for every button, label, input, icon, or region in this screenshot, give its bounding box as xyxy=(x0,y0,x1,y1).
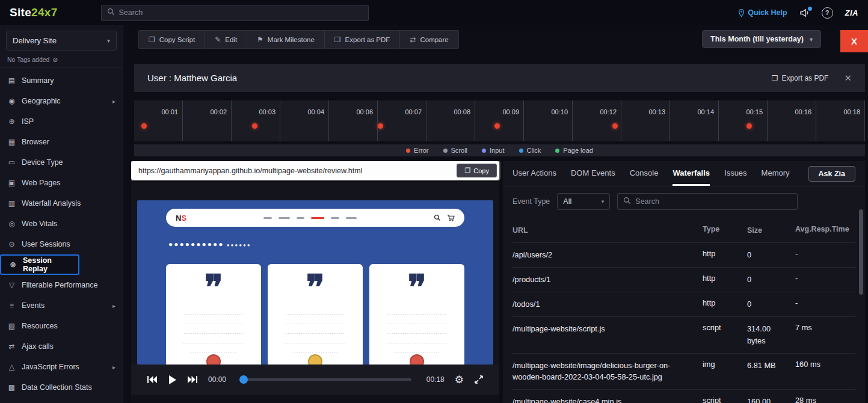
logo-accent-text: 24x7 xyxy=(31,6,57,19)
toolbar-button-icon: ❐ xyxy=(149,35,155,44)
sidebar-item[interactable]: △ JavaScript Errors ▸ xyxy=(0,357,123,377)
detail-tab[interactable]: Waterfalls xyxy=(673,161,710,186)
sidebar-item[interactable]: ▭ Device Type ▸ xyxy=(0,152,123,173)
sidebar-item[interactable]: ▥ Waterfall Analysis ▸ xyxy=(0,193,123,214)
search-input[interactable] xyxy=(119,8,363,17)
testimonial-text: ··························· ············… xyxy=(369,310,464,358)
seek-knob[interactable] xyxy=(239,375,248,384)
toolbar-button[interactable]: ⇄ Compare xyxy=(400,31,458,48)
col-header-size[interactable]: Size xyxy=(747,225,795,236)
monitor-selector-label: Delivery Site xyxy=(13,36,57,45)
table-row[interactable]: /api/users/2 http 0 - xyxy=(512,242,855,267)
legend-label: Input xyxy=(490,147,504,154)
sidebar-item[interactable]: ≡ Events ▸ xyxy=(0,295,123,316)
detail-tab[interactable]: User Actions xyxy=(512,161,556,186)
export-pdf-label: Export as PDF xyxy=(781,74,828,82)
session-timeline[interactable]: 00:01 00:02 00:03 00:04 xyxy=(134,100,865,141)
table-row[interactable]: /todos/1 http 0 - xyxy=(512,292,855,316)
sidebar-item-label: ISP xyxy=(22,117,34,126)
action-toolbar: ❐ Copy Script ✎ Edit ⚑ Mark Milestone xyxy=(138,30,459,49)
copy-label: Copy xyxy=(473,167,489,174)
waterfall-search[interactable] xyxy=(617,193,798,210)
detail-panel: User Actions DOM Events Console Waterfal… xyxy=(503,161,865,403)
announcements-button[interactable] xyxy=(799,8,810,17)
table-row[interactable]: /multipage-website/case4.min.js script 1… xyxy=(512,389,855,403)
sidebar-item[interactable]: ⊚ Session Replay ▸ xyxy=(0,254,79,275)
skip-forward-button[interactable] xyxy=(187,375,198,384)
cell-resp-time: 160 ms xyxy=(795,360,855,369)
error-event-dot[interactable] xyxy=(141,123,147,129)
session-user-title: User : Matthew Garcia xyxy=(147,73,237,83)
zia-avatar[interactable]: ZIA xyxy=(845,8,858,17)
quick-help-link[interactable]: Quick Help xyxy=(738,8,787,17)
cell-resp-time: - xyxy=(795,249,855,258)
detail-tab[interactable]: Memory xyxy=(762,161,790,186)
event-type-select[interactable]: All ▾ xyxy=(557,193,610,210)
col-header-url[interactable]: URL xyxy=(512,225,703,236)
global-search[interactable] xyxy=(101,5,369,21)
period-dropdown[interactable]: This Month (till yesterday) ▾ xyxy=(702,30,821,48)
sidebar-item[interactable]: ⊙ User Sessions ▸ xyxy=(0,234,123,254)
player-settings-button[interactable]: ⚙ xyxy=(455,374,464,386)
preview-logo-n: N xyxy=(176,214,181,223)
error-event-dot[interactable] xyxy=(494,123,500,129)
error-event-dot[interactable] xyxy=(746,123,752,129)
sidebar-item[interactable]: ▣ Web Pages ▸ xyxy=(0,173,123,193)
skip-back-button[interactable] xyxy=(147,375,158,384)
error-event-dot[interactable] xyxy=(252,123,257,129)
error-event-dot[interactable] xyxy=(378,123,383,129)
cell-size: 6.81 MB xyxy=(747,360,795,372)
search-icon xyxy=(107,7,115,18)
sidebar-item[interactable]: ▤ Summary ▸ xyxy=(0,70,123,91)
legend-label: Scroll xyxy=(451,147,468,154)
toolbar-button[interactable]: ❒ Export as PDF xyxy=(325,31,401,48)
col-header-resp-time[interactable]: Avg.Resp.Time xyxy=(795,225,855,236)
table-row[interactable]: /multipage-website/image/delicious-burge… xyxy=(512,353,855,390)
sidebar-item[interactable]: ▩ Data Collection Stats ▸ xyxy=(0,377,123,398)
replay-split: https://gauthammariyappan.github.io/mult… xyxy=(131,161,865,403)
preview-search-icon xyxy=(434,214,441,221)
sidebar-item-icon: △ xyxy=(7,363,16,371)
sidebar-item[interactable]: ▽ Filterable Performance ▸ xyxy=(0,275,123,295)
toolbar-button[interactable]: ✎ Edit xyxy=(205,31,247,48)
cell-size: 0 xyxy=(747,298,795,310)
testimonial-avatar xyxy=(206,354,221,365)
detail-tab[interactable]: DOM Events xyxy=(571,161,615,186)
close-view-button[interactable]: X xyxy=(840,30,868,52)
sidebar-item[interactable]: ◎ Web Vitals ▸ xyxy=(0,214,123,234)
site24x7-logo[interactable]: Site24x7 xyxy=(10,6,58,19)
col-header-type[interactable]: Type xyxy=(703,225,747,236)
play-button[interactable] xyxy=(168,375,177,385)
export-pdf-button[interactable]: ❒ Export as PDF xyxy=(772,74,829,82)
sidebar-item-label: Ajax calls xyxy=(22,342,54,351)
help-button[interactable]: ? xyxy=(822,7,833,19)
fullscreen-button[interactable] xyxy=(474,375,484,384)
preview-heading-dots-small: ●●●●●● xyxy=(224,242,251,248)
panel-scrollbar[interactable] xyxy=(859,209,863,295)
seek-bar[interactable] xyxy=(241,378,411,381)
monitor-selector[interactable]: Delivery Site ▾ xyxy=(6,31,117,51)
toolbar-button-label: Export as PDF xyxy=(345,36,390,43)
no-tag-icon: ⊘ xyxy=(52,56,58,63)
sidebar-item[interactable]: ⊕ ISP ▸ xyxy=(0,111,123,132)
current-time: 00:00 xyxy=(208,375,226,384)
sidebar-item[interactable]: ▧ Resources ▸ xyxy=(0,316,123,336)
copy-url-button[interactable]: ❐ Copy xyxy=(457,164,497,177)
table-row[interactable]: /multipage-website/script.js script 314.… xyxy=(512,316,855,353)
toolbar-button[interactable]: ⚑ Mark Milestone xyxy=(247,31,325,48)
error-event-dot[interactable] xyxy=(612,123,618,129)
detail-tab[interactable]: Console xyxy=(630,161,659,186)
sidebar-item-label: Web Vitals xyxy=(22,220,57,228)
close-icon[interactable]: ✕ xyxy=(844,73,852,84)
legend-dot-icon xyxy=(443,149,448,153)
waterfall-search-input[interactable] xyxy=(635,197,792,206)
app-root: Site24x7 Quick Help ? ZIA Delivery Site … xyxy=(0,0,868,403)
ask-zia-button[interactable]: Ask Zia xyxy=(808,166,855,182)
sidebar-item[interactable]: ▦ Browser ▸ xyxy=(0,132,123,152)
toolbar-button[interactable]: ❐ Copy Script xyxy=(139,31,205,48)
sidebar-item[interactable]: ⇄ Ajax calls ▸ xyxy=(0,336,123,357)
detail-tab[interactable]: Issues xyxy=(724,161,747,186)
table-row[interactable]: /products/1 http 0 - xyxy=(512,267,855,292)
sidebar-item-icon: ▤ xyxy=(7,76,16,85)
sidebar-item[interactable]: ◉ Geographic ▸ xyxy=(0,91,123,111)
